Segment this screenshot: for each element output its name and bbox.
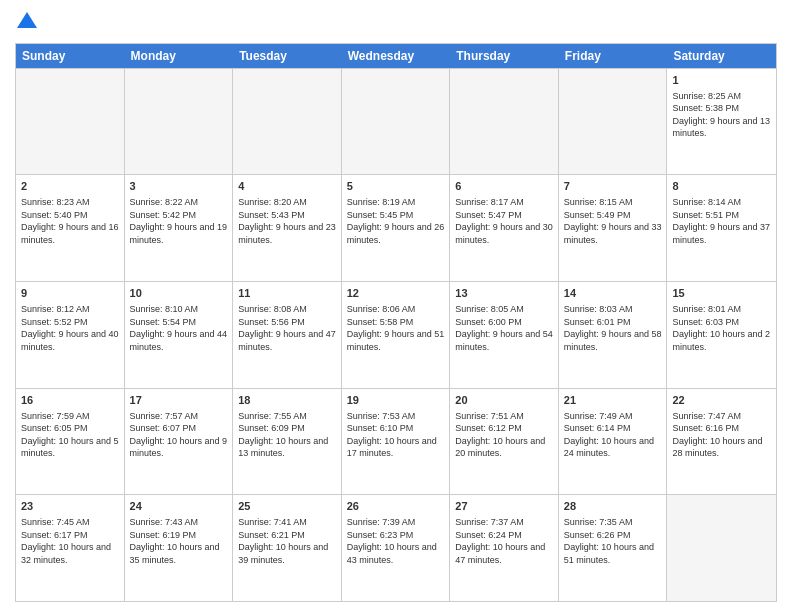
table-row: 28Sunrise: 7:35 AM Sunset: 6:26 PM Dayli…	[559, 495, 668, 601]
calendar-row-3: 16Sunrise: 7:59 AM Sunset: 6:05 PM Dayli…	[16, 388, 776, 495]
cell-info: Sunrise: 8:08 AM Sunset: 5:56 PM Dayligh…	[238, 303, 336, 353]
day-number: 4	[238, 179, 336, 194]
cell-info: Sunrise: 8:10 AM Sunset: 5:54 PM Dayligh…	[130, 303, 228, 353]
table-row: 6Sunrise: 8:17 AM Sunset: 5:47 PM Daylig…	[450, 175, 559, 281]
header-day-thursday: Thursday	[450, 44, 559, 68]
cell-info: Sunrise: 7:45 AM Sunset: 6:17 PM Dayligh…	[21, 516, 119, 566]
cell-info: Sunrise: 8:05 AM Sunset: 6:00 PM Dayligh…	[455, 303, 553, 353]
table-row: 13Sunrise: 8:05 AM Sunset: 6:00 PM Dayli…	[450, 282, 559, 388]
day-number: 3	[130, 179, 228, 194]
day-number: 8	[672, 179, 771, 194]
table-row: 14Sunrise: 8:03 AM Sunset: 6:01 PM Dayli…	[559, 282, 668, 388]
day-number: 25	[238, 499, 336, 514]
cell-info: Sunrise: 7:55 AM Sunset: 6:09 PM Dayligh…	[238, 410, 336, 460]
header-day-tuesday: Tuesday	[233, 44, 342, 68]
day-number: 26	[347, 499, 445, 514]
table-row: 15Sunrise: 8:01 AM Sunset: 6:03 PM Dayli…	[667, 282, 776, 388]
cell-info: Sunrise: 8:03 AM Sunset: 6:01 PM Dayligh…	[564, 303, 662, 353]
calendar-row-2: 9Sunrise: 8:12 AM Sunset: 5:52 PM Daylig…	[16, 281, 776, 388]
table-row: 18Sunrise: 7:55 AM Sunset: 6:09 PM Dayli…	[233, 389, 342, 495]
cell-info: Sunrise: 7:41 AM Sunset: 6:21 PM Dayligh…	[238, 516, 336, 566]
cell-info: Sunrise: 8:22 AM Sunset: 5:42 PM Dayligh…	[130, 196, 228, 246]
table-row	[450, 69, 559, 175]
calendar-row-0: 1Sunrise: 8:25 AM Sunset: 5:38 PM Daylig…	[16, 68, 776, 175]
cell-info: Sunrise: 8:17 AM Sunset: 5:47 PM Dayligh…	[455, 196, 553, 246]
header	[15, 10, 777, 35]
day-number: 18	[238, 393, 336, 408]
table-row: 16Sunrise: 7:59 AM Sunset: 6:05 PM Dayli…	[16, 389, 125, 495]
table-row: 10Sunrise: 8:10 AM Sunset: 5:54 PM Dayli…	[125, 282, 234, 388]
cell-info: Sunrise: 8:20 AM Sunset: 5:43 PM Dayligh…	[238, 196, 336, 246]
calendar: SundayMondayTuesdayWednesdayThursdayFrid…	[15, 43, 777, 602]
cell-info: Sunrise: 7:47 AM Sunset: 6:16 PM Dayligh…	[672, 410, 771, 460]
table-row	[125, 69, 234, 175]
table-row: 11Sunrise: 8:08 AM Sunset: 5:56 PM Dayli…	[233, 282, 342, 388]
logo	[15, 10, 37, 35]
table-row: 23Sunrise: 7:45 AM Sunset: 6:17 PM Dayli…	[16, 495, 125, 601]
calendar-row-1: 2Sunrise: 8:23 AM Sunset: 5:40 PM Daylig…	[16, 174, 776, 281]
day-number: 2	[21, 179, 119, 194]
cell-info: Sunrise: 7:51 AM Sunset: 6:12 PM Dayligh…	[455, 410, 553, 460]
calendar-header: SundayMondayTuesdayWednesdayThursdayFrid…	[16, 44, 776, 68]
cell-info: Sunrise: 8:14 AM Sunset: 5:51 PM Dayligh…	[672, 196, 771, 246]
table-row: 17Sunrise: 7:57 AM Sunset: 6:07 PM Dayli…	[125, 389, 234, 495]
svg-marker-0	[17, 12, 37, 28]
page: SundayMondayTuesdayWednesdayThursdayFrid…	[0, 0, 792, 612]
cell-info: Sunrise: 7:53 AM Sunset: 6:10 PM Dayligh…	[347, 410, 445, 460]
header-day-monday: Monday	[125, 44, 234, 68]
cell-info: Sunrise: 7:49 AM Sunset: 6:14 PM Dayligh…	[564, 410, 662, 460]
table-row	[667, 495, 776, 601]
day-number: 7	[564, 179, 662, 194]
cell-info: Sunrise: 8:06 AM Sunset: 5:58 PM Dayligh…	[347, 303, 445, 353]
header-day-saturday: Saturday	[667, 44, 776, 68]
cell-info: Sunrise: 7:59 AM Sunset: 6:05 PM Dayligh…	[21, 410, 119, 460]
table-row: 19Sunrise: 7:53 AM Sunset: 6:10 PM Dayli…	[342, 389, 451, 495]
day-number: 11	[238, 286, 336, 301]
cell-info: Sunrise: 8:12 AM Sunset: 5:52 PM Dayligh…	[21, 303, 119, 353]
cell-info: Sunrise: 8:19 AM Sunset: 5:45 PM Dayligh…	[347, 196, 445, 246]
table-row: 25Sunrise: 7:41 AM Sunset: 6:21 PM Dayli…	[233, 495, 342, 601]
day-number: 16	[21, 393, 119, 408]
table-row	[16, 69, 125, 175]
calendar-row-4: 23Sunrise: 7:45 AM Sunset: 6:17 PM Dayli…	[16, 494, 776, 601]
day-number: 12	[347, 286, 445, 301]
day-number: 22	[672, 393, 771, 408]
header-day-sunday: Sunday	[16, 44, 125, 68]
table-row: 24Sunrise: 7:43 AM Sunset: 6:19 PM Dayli…	[125, 495, 234, 601]
table-row	[233, 69, 342, 175]
table-row: 12Sunrise: 8:06 AM Sunset: 5:58 PM Dayli…	[342, 282, 451, 388]
day-number: 6	[455, 179, 553, 194]
header-day-wednesday: Wednesday	[342, 44, 451, 68]
day-number: 5	[347, 179, 445, 194]
day-number: 21	[564, 393, 662, 408]
table-row: 1Sunrise: 8:25 AM Sunset: 5:38 PM Daylig…	[667, 69, 776, 175]
calendar-body: 1Sunrise: 8:25 AM Sunset: 5:38 PM Daylig…	[16, 68, 776, 601]
table-row: 20Sunrise: 7:51 AM Sunset: 6:12 PM Dayli…	[450, 389, 559, 495]
day-number: 28	[564, 499, 662, 514]
table-row: 8Sunrise: 8:14 AM Sunset: 5:51 PM Daylig…	[667, 175, 776, 281]
header-day-friday: Friday	[559, 44, 668, 68]
day-number: 23	[21, 499, 119, 514]
table-row: 3Sunrise: 8:22 AM Sunset: 5:42 PM Daylig…	[125, 175, 234, 281]
table-row: 2Sunrise: 8:23 AM Sunset: 5:40 PM Daylig…	[16, 175, 125, 281]
cell-info: Sunrise: 8:25 AM Sunset: 5:38 PM Dayligh…	[672, 90, 771, 140]
cell-info: Sunrise: 7:35 AM Sunset: 6:26 PM Dayligh…	[564, 516, 662, 566]
day-number: 10	[130, 286, 228, 301]
day-number: 9	[21, 286, 119, 301]
table-row: 7Sunrise: 8:15 AM Sunset: 5:49 PM Daylig…	[559, 175, 668, 281]
day-number: 14	[564, 286, 662, 301]
table-row	[342, 69, 451, 175]
table-row: 4Sunrise: 8:20 AM Sunset: 5:43 PM Daylig…	[233, 175, 342, 281]
logo-triangle-icon	[17, 10, 37, 30]
table-row: 21Sunrise: 7:49 AM Sunset: 6:14 PM Dayli…	[559, 389, 668, 495]
day-number: 15	[672, 286, 771, 301]
table-row: 9Sunrise: 8:12 AM Sunset: 5:52 PM Daylig…	[16, 282, 125, 388]
cell-info: Sunrise: 8:01 AM Sunset: 6:03 PM Dayligh…	[672, 303, 771, 353]
table-row: 5Sunrise: 8:19 AM Sunset: 5:45 PM Daylig…	[342, 175, 451, 281]
day-number: 13	[455, 286, 553, 301]
cell-info: Sunrise: 7:37 AM Sunset: 6:24 PM Dayligh…	[455, 516, 553, 566]
table-row: 22Sunrise: 7:47 AM Sunset: 6:16 PM Dayli…	[667, 389, 776, 495]
day-number: 27	[455, 499, 553, 514]
table-row	[559, 69, 668, 175]
day-number: 24	[130, 499, 228, 514]
